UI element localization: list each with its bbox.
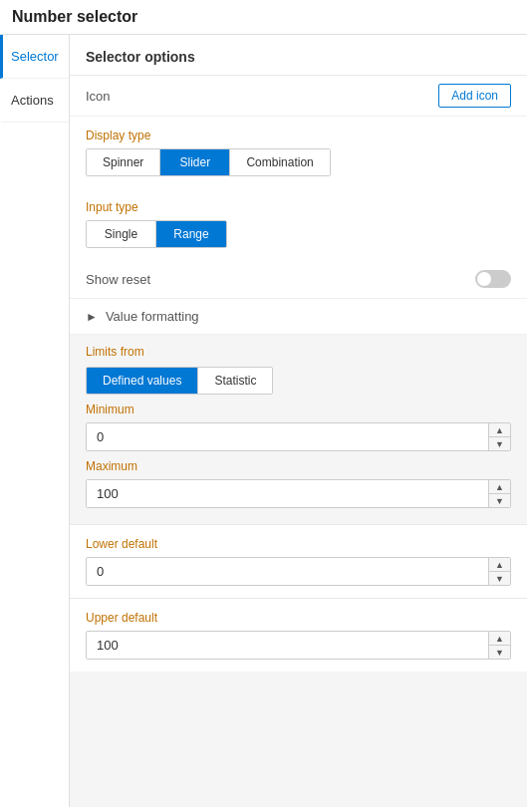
value-formatting-row[interactable]: ► Value formatting	[70, 298, 527, 335]
chevron-right-icon: ►	[86, 310, 98, 324]
maximum-input-wrapper: ▲ ▼	[86, 479, 511, 508]
page-title: Number selector	[0, 0, 527, 35]
display-type-group: Spinner Slider Combination	[86, 148, 331, 176]
input-type-label: Input type	[86, 200, 511, 214]
lower-default-input[interactable]	[87, 558, 488, 585]
limits-statistic-btn[interactable]: Statistic	[198, 368, 272, 394]
lower-default-spinners: ▲ ▼	[488, 558, 510, 585]
maximum-spinners: ▲ ▼	[488, 480, 510, 507]
limits-defined-values-btn[interactable]: Defined values	[87, 368, 198, 394]
icon-row: Icon Add icon	[70, 76, 527, 117]
minimum-down-btn[interactable]: ▼	[489, 437, 510, 450]
minimum-input[interactable]	[87, 423, 488, 450]
display-type-label: Display type	[86, 129, 511, 142]
minimum-input-wrapper: ▲ ▼	[86, 422, 511, 451]
minimum-spinners: ▲ ▼	[488, 423, 510, 450]
limits-from-group: Defined values Statistic	[86, 367, 273, 395]
minimum-up-btn[interactable]: ▲	[489, 423, 510, 437]
lower-default-up-btn[interactable]: ▲	[489, 558, 510, 572]
show-reset-label: Show reset	[86, 272, 150, 287]
input-type-group: Single Range	[86, 220, 227, 248]
lower-default-row: Lower default ▲ ▼	[70, 525, 527, 598]
value-formatting-label: Value formatting	[106, 309, 199, 324]
content-area: Selector options Icon Add icon Display t…	[70, 35, 527, 807]
sidebar: Selector Actions	[0, 35, 70, 807]
lower-default-label: Lower default	[86, 537, 511, 551]
display-type-slider[interactable]: Slider	[160, 149, 230, 175]
maximum-up-btn[interactable]: ▲	[489, 480, 510, 494]
limits-from-label: Limits from	[86, 345, 511, 359]
minimum-label: Minimum	[86, 395, 511, 416]
input-type-single[interactable]: Single	[87, 221, 156, 247]
upper-default-input[interactable]	[87, 632, 488, 659]
limits-section: Limits from Defined values Statistic Min…	[70, 335, 527, 524]
sidebar-item-selector[interactable]: Selector	[0, 35, 69, 79]
show-reset-toggle[interactable]	[475, 270, 511, 288]
display-type-spinner[interactable]: Spinner	[87, 149, 160, 175]
upper-default-label: Upper default	[86, 611, 511, 625]
input-type-range[interactable]: Range	[156, 221, 226, 247]
input-type-row: Input type Single Range	[70, 188, 527, 260]
lower-default-down-btn[interactable]: ▼	[489, 572, 510, 585]
upper-default-spinners: ▲ ▼	[488, 632, 510, 659]
lower-default-input-wrapper: ▲ ▼	[86, 557, 511, 586]
icon-label: Icon	[86, 89, 111, 104]
section-header: Selector options	[70, 35, 527, 76]
show-reset-row: Show reset	[70, 260, 527, 298]
maximum-label: Maximum	[86, 451, 511, 473]
maximum-input[interactable]	[87, 480, 488, 507]
upper-default-input-wrapper: ▲ ▼	[86, 631, 511, 660]
add-icon-button[interactable]: Add icon	[438, 84, 511, 108]
display-type-combination[interactable]: Combination	[230, 149, 329, 175]
display-type-row: Display type Spinner Slider Combination	[70, 117, 527, 188]
maximum-down-btn[interactable]: ▼	[489, 494, 510, 507]
upper-default-row: Upper default ▲ ▼	[70, 599, 527, 672]
sidebar-item-actions[interactable]: Actions	[0, 79, 69, 123]
upper-default-down-btn[interactable]: ▼	[489, 646, 510, 659]
upper-default-up-btn[interactable]: ▲	[489, 632, 510, 646]
